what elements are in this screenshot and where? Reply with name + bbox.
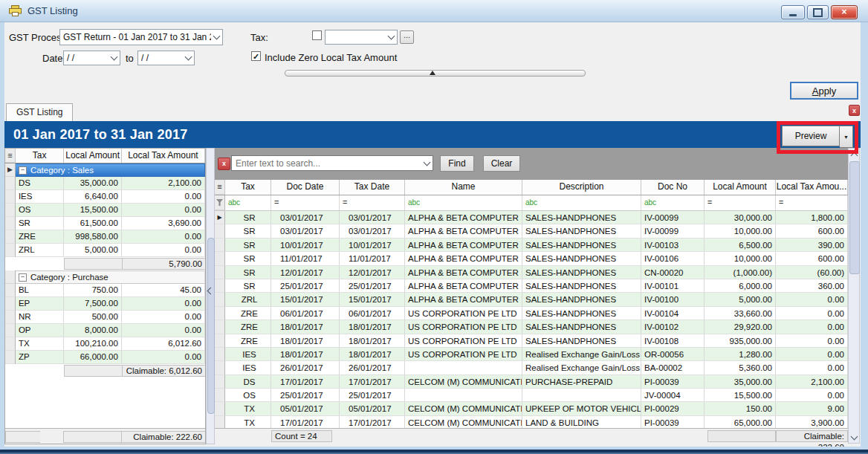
grid-menu-icon[interactable]: ≡	[215, 180, 225, 195]
table-row[interactable]: IES26/01/201726/01/2017Realised Exchange…	[215, 361, 848, 374]
table-row[interactable]: DS35,000.002,100.00	[5, 177, 205, 190]
date-from-select[interactable]: / /	[63, 51, 120, 65]
cell-doc-no: IV-00101	[641, 279, 705, 293]
collapse-icon[interactable]: −	[19, 166, 27, 175]
scroll-up-button[interactable]	[849, 149, 859, 160]
cell-doc-no: PI-00039	[641, 416, 705, 428]
cell-description: SALES-HANDPHONES	[522, 279, 641, 293]
column-header-tax-date[interactable]: Tax Date	[340, 180, 405, 195]
filter-cell-tax[interactable]: abc	[225, 195, 271, 210]
scrollbar-thumb[interactable]	[849, 161, 860, 274]
summary-grid-empty-area	[5, 377, 205, 428]
row-indicator	[5, 177, 16, 190]
column-header-local-amount[interactable]: Local Amount	[705, 180, 776, 195]
table-row[interactable]: ZRE18/01/201718/01/2017US CORPORATION PE…	[215, 334, 848, 348]
row-indicator	[215, 266, 225, 279]
find-button[interactable]: Find	[440, 155, 474, 172]
table-row[interactable]: TX17/01/201717/01/2017CELCOM (M) COMMUNI…	[215, 416, 848, 428]
chevron-down-icon[interactable]	[108, 51, 120, 65]
group-row[interactable]: −Category : Purchase	[5, 270, 205, 284]
column-header-doc-date[interactable]: Doc Date	[271, 180, 340, 195]
table-row[interactable]: ZRL5,000.000.00	[5, 244, 205, 257]
cell-local-tax-amount: 0.00	[122, 351, 205, 364]
cell-description: SALES-HANDPHONES	[522, 293, 641, 306]
splitter-caret-icon[interactable]	[430, 71, 435, 75]
table-row[interactable]: OS25/01/201725/01/2017JV-0000415,500.000…	[215, 389, 848, 402]
column-header-doc-no[interactable]: Doc No	[641, 180, 705, 195]
search-close-button[interactable]: x	[218, 158, 230, 170]
cell-doc-no: CN-00020	[641, 266, 705, 279]
column-header-tax[interactable]: Tax	[225, 180, 271, 195]
chevron-down-icon[interactable]	[183, 51, 194, 65]
column-header-local-tax-amount[interactable]: Local Tax Amount	[122, 149, 205, 163]
gst-process-select[interactable]: GST Return - 01 Jan 2017 to 31 Jan 201	[59, 29, 223, 45]
table-row[interactable]: TX05/01/201705/01/2017CELCOM (M) COMMUNI…	[215, 402, 848, 415]
summary-grid-scrollbar[interactable]	[206, 148, 215, 444]
table-row[interactable]: IES18/01/201718/01/2017US CORPORATION PE…	[215, 348, 848, 361]
column-header-name[interactable]: Name	[405, 180, 522, 195]
grid-menu-icon[interactable]: ≡	[5, 149, 16, 163]
table-row[interactable]: SR10/01/201710/01/2017ALPHA & BETA COMPU…	[215, 239, 848, 252]
apply-button[interactable]: Apply	[790, 82, 858, 100]
table-row[interactable]: TX100,210.006,012.60	[5, 337, 205, 351]
filter-row[interactable]: abc==abcabcabc==	[215, 195, 848, 211]
scrollbar-thumb[interactable]	[207, 238, 215, 414]
filter-cell-name[interactable]: abc	[405, 195, 522, 210]
table-row[interactable]: ZRE18/01/201718/01/2017US CORPORATION PE…	[215, 320, 848, 334]
close-button[interactable]: ×	[831, 5, 858, 19]
table-row[interactable]: SR61,500.003,690.00	[5, 217, 205, 230]
preview-dropdown-arrow[interactable]: ▼	[840, 126, 853, 148]
table-row[interactable]: SR03/01/201703/01/2017ALPHA & BETA COMPU…	[215, 224, 848, 238]
preview-button[interactable]: Preview	[782, 126, 840, 146]
clear-button[interactable]: Clear	[483, 155, 520, 172]
tax-select[interactable]	[325, 30, 398, 45]
cell-local-tax-amount: 0.00	[122, 244, 205, 257]
table-row[interactable]: ZP66,000.000.00	[5, 351, 205, 364]
table-row[interactable]: BL750.0045.00	[5, 284, 205, 297]
group-row[interactable]: ▶−Category : Sales	[5, 163, 205, 177]
cell-doc-date: 06/01/2017	[271, 307, 340, 320]
tax-checkbox[interactable]	[312, 30, 322, 40]
cell-doc-date: 03/01/2017	[271, 211, 340, 224]
detail-grid-footer: Count = 24 Claimable: 222.60	[215, 428, 848, 444]
column-header-local-tax-amount[interactable]: Local Tax Amou...	[776, 180, 848, 195]
minimize-button[interactable]	[781, 5, 805, 19]
filter-cell-description[interactable]: abc	[522, 195, 641, 210]
maximize-button[interactable]	[807, 5, 829, 19]
chevron-down-icon[interactable]	[421, 157, 433, 169]
table-row[interactable]: ZRE998,580.000.00	[5, 230, 205, 244]
filter-cell-tax-date[interactable]: =	[340, 195, 405, 210]
scroll-down-button[interactable]	[849, 432, 859, 443]
chevron-down-icon[interactable]	[386, 30, 397, 44]
chevron-down-icon[interactable]	[211, 30, 222, 45]
table-row[interactable]: SR25/01/201725/01/2017ALPHA & BETA COMPU…	[215, 279, 848, 293]
cell-tax: OS	[16, 204, 65, 217]
include-zero-checkbox[interactable]: ✓	[251, 51, 261, 61]
table-row[interactable]: NR500.000.00	[5, 311, 205, 324]
column-header-description[interactable]: Description	[522, 180, 641, 195]
tax-browse-button[interactable]: ...	[400, 30, 414, 44]
filter-cell-doc-date[interactable]: =	[271, 195, 340, 210]
table-row[interactable]: SR12/01/201712/01/2017ALPHA & BETA COMPU…	[215, 266, 848, 279]
table-row[interactable]: DS17/01/201717/01/2017CELCOM (M) COMMUNI…	[215, 375, 848, 389]
collapse-icon[interactable]: −	[19, 273, 27, 282]
filter-cell-local-amount[interactable]: =	[705, 195, 776, 210]
tab-close-button[interactable]: x	[849, 105, 860, 116]
search-input[interactable]	[231, 155, 433, 171]
detail-grid-scrollbar[interactable]	[848, 148, 860, 444]
table-row[interactable]: ZRL15/01/201715/01/2017ALPHA & BETA COMP…	[215, 293, 848, 306]
table-row[interactable]: OS15,500.000.00	[5, 204, 205, 217]
tab-gst-listing[interactable]: GST Listing	[6, 103, 73, 121]
filter-cell-local-tax-amount[interactable]: =	[776, 195, 848, 210]
column-header-tax[interactable]: Tax	[16, 149, 65, 163]
date-to-select[interactable]: / /	[137, 51, 195, 65]
table-row[interactable]: SR11/01/201711/01/2017ALPHA & BETA COMPU…	[215, 252, 848, 265]
table-row[interactable]: EP7,500.000.00	[5, 297, 205, 311]
table-row[interactable]: ZRE06/01/201706/01/2017US CORPORATION PE…	[215, 307, 848, 320]
column-header-local-amount[interactable]: Local Amount	[64, 149, 121, 163]
table-row[interactable]: IES6,640.000.00	[5, 190, 205, 204]
cell-doc-no: IV-00103	[641, 239, 705, 252]
filter-cell-doc-no[interactable]: abc	[641, 195, 705, 210]
table-row[interactable]: ▶SR03/01/201703/01/2017ALPHA & BETA COMP…	[215, 211, 848, 224]
table-row[interactable]: OP8,000.000.00	[5, 324, 205, 337]
